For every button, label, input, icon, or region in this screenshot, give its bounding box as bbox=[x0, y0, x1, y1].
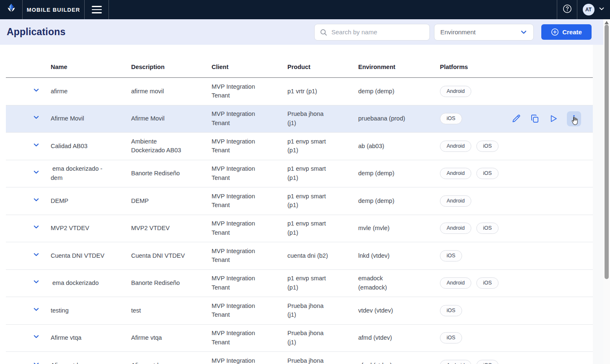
platform-pill: iOS bbox=[476, 168, 499, 179]
row-expander-button[interactable] bbox=[6, 78, 51, 105]
row-expander-button[interactable] bbox=[6, 325, 51, 352]
platform-pill: Android bbox=[440, 277, 471, 289]
row-expander-button[interactable] bbox=[6, 133, 51, 160]
app-logo-button[interactable] bbox=[0, 0, 23, 19]
col-environment: Environment bbox=[358, 64, 440, 70]
chevron-down-icon bbox=[33, 251, 39, 258]
platform-pill: iOS bbox=[440, 332, 462, 343]
row-expander-button[interactable] bbox=[6, 215, 51, 242]
app-environment: demp (demp) bbox=[358, 197, 440, 206]
table-row[interactable]: Afirme vtdev Afirme vtdev MVP Integratio… bbox=[0, 352, 610, 364]
platform-pill: iOS bbox=[476, 360, 499, 364]
app-name: Afirme vtqa bbox=[51, 333, 131, 343]
app-client: MVP Integration Tenant bbox=[212, 247, 287, 265]
app-platforms: AndroidiOS bbox=[440, 223, 509, 234]
app-client: MVP Integration Tenant bbox=[212, 274, 287, 292]
row-expander-button[interactable] bbox=[6, 187, 51, 215]
hamburger-icon bbox=[92, 6, 102, 13]
app-environment: lnkd (vtdev) bbox=[358, 251, 440, 261]
table-row[interactable]: Calidad AB03 Ambiente Dockerizado AB03 M… bbox=[0, 133, 610, 160]
app-environment: emadock (emadock) bbox=[358, 274, 440, 292]
app-product: cuenta dni (b2) bbox=[287, 251, 358, 261]
app-name: Calidad AB03 bbox=[51, 142, 131, 151]
copy-duplicate-icon bbox=[530, 114, 540, 123]
col-name: Name bbox=[51, 64, 131, 70]
table-row[interactable]: Afirme vtqa Afirme vtqa MVP Integration … bbox=[0, 325, 610, 352]
table-row[interactable]: Afirme Movil Afirme Movil MVP Integratio… bbox=[0, 105, 610, 133]
row-expander-button[interactable] bbox=[6, 242, 51, 269]
app-name: MVP2 VTDEV bbox=[51, 224, 131, 233]
platform-pill: iOS bbox=[476, 277, 499, 289]
app-name: Afirme vtdev bbox=[51, 361, 131, 364]
platform-pill: iOS bbox=[440, 250, 462, 261]
app-client: MVP Integration Tenant bbox=[212, 82, 287, 100]
row-expander-button[interactable] bbox=[6, 105, 51, 133]
app-client: MVP Integration Tenant bbox=[212, 302, 287, 320]
app-client: MVP Integration Tenant bbox=[212, 110, 287, 128]
edit-button[interactable] bbox=[512, 114, 521, 123]
brand-title: MOBILE BUILDER bbox=[23, 0, 85, 19]
table-right-gutter bbox=[593, 45, 603, 364]
table-row[interactable]: ema dockerizado Banorte Rediseño MVP Int… bbox=[0, 270, 610, 297]
app-name: Cuenta DNI VTDEV bbox=[51, 251, 131, 261]
chevron-down-icon bbox=[520, 28, 527, 36]
main-menu-button[interactable] bbox=[85, 0, 109, 19]
app-environment: mvle (mvle) bbox=[358, 224, 440, 233]
app-client: MVP Integration Tenant bbox=[212, 164, 287, 182]
table-row[interactable]: afirme afirme movil MVP Integration Tena… bbox=[0, 78, 610, 105]
scrollbar[interactable] bbox=[603, 19, 610, 364]
row-expander-button[interactable] bbox=[6, 270, 51, 297]
search-input[interactable] bbox=[314, 24, 430, 41]
more-options-button[interactable] bbox=[567, 111, 581, 126]
app-description: MVP2 VTDEV bbox=[131, 224, 212, 233]
row-expander-button[interactable] bbox=[6, 160, 51, 187]
table-row[interactable]: Cuenta DNI VTDEV Cuenta DNI VTDEV MVP In… bbox=[0, 242, 610, 270]
chevron-down-icon bbox=[33, 224, 39, 230]
app-platforms: Android bbox=[440, 195, 509, 207]
scrollbar-thumb[interactable] bbox=[605, 25, 609, 279]
chevron-down-icon bbox=[598, 5, 605, 14]
play-run-icon bbox=[548, 114, 558, 123]
platform-pill: iOS bbox=[476, 141, 499, 152]
create-button-label: Create bbox=[562, 28, 582, 36]
table-row[interactable]: DEMP DEMP MVP Integration Tenant p1 envp… bbox=[0, 187, 610, 215]
platform-pill: Android bbox=[440, 168, 471, 179]
platform-pill: Android bbox=[440, 141, 471, 152]
table-row[interactable]: MVP2 VTDEV MVP2 VTDEV MVP Integration Te… bbox=[0, 215, 610, 243]
app-client: MVP Integration Tenant bbox=[212, 192, 287, 210]
app-product: Prueba jhona (j1) bbox=[287, 110, 358, 128]
run-button[interactable] bbox=[548, 114, 558, 123]
app-name: ema dockerizado bbox=[51, 279, 131, 288]
help-button[interactable] bbox=[557, 0, 577, 19]
app-client: MVP Integration Tenant bbox=[212, 356, 287, 364]
platform-pill: Android bbox=[440, 86, 471, 97]
app-product: p1 envp smart (p1) bbox=[287, 192, 358, 210]
app-environment: afmd (vtdev) bbox=[358, 361, 440, 364]
row-expander-button[interactable] bbox=[6, 352, 51, 364]
chevron-down-icon bbox=[33, 114, 39, 120]
scrollbar-up-arrow-icon[interactable] bbox=[605, 21, 609, 24]
platform-pill: Android bbox=[440, 223, 471, 234]
topbar-spacer bbox=[109, 0, 557, 19]
platform-pill: Android bbox=[440, 195, 471, 207]
applications-table: Name Description Client Product Environm… bbox=[0, 45, 610, 364]
create-button[interactable]: Create bbox=[541, 24, 592, 40]
table-row[interactable]: ema dockerizado - dem Banorte Rediseño M… bbox=[0, 160, 610, 188]
row-actions bbox=[509, 111, 593, 126]
environment-select-label: Environment bbox=[440, 28, 476, 36]
app-client: MVP Integration Tenant bbox=[212, 219, 287, 237]
avatar: AT bbox=[583, 4, 594, 15]
account-menu-button[interactable]: AT bbox=[577, 0, 610, 19]
row-expander-button[interactable] bbox=[6, 297, 51, 324]
app-description: Afirme Movil bbox=[131, 114, 212, 123]
app-product: Prueba jhona (j1) bbox=[287, 356, 358, 364]
app-platforms: AndroidiOS bbox=[440, 168, 509, 179]
col-description: Description bbox=[131, 64, 212, 70]
duplicate-button[interactable] bbox=[530, 114, 540, 123]
chevron-down-icon bbox=[33, 87, 39, 93]
chevron-down-icon bbox=[33, 142, 39, 148]
environment-select[interactable]: Environment bbox=[434, 24, 534, 41]
app-platforms: iOS bbox=[440, 332, 509, 343]
app-product: p1 vrtr (p1) bbox=[287, 87, 358, 96]
table-row[interactable]: testing test MVP Integration Tenant Prue… bbox=[0, 297, 610, 325]
